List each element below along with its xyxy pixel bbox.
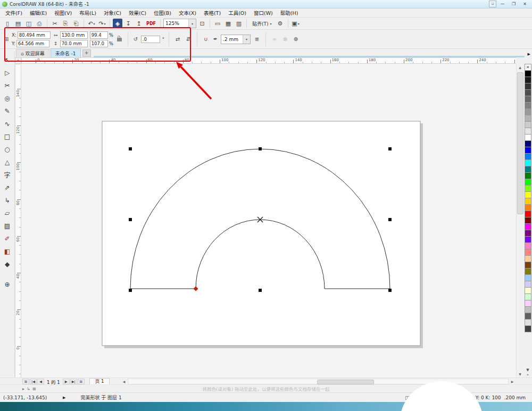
status-flyout-icon[interactable]: ▶ xyxy=(63,396,65,400)
x-position-input[interactable] xyxy=(18,31,51,39)
redo-icon[interactable]: ↷▾ xyxy=(97,19,107,28)
parallel-dimension-tool[interactable]: ⇗ xyxy=(2,182,13,193)
h-ruler[interactable]: 020406080100120140160180200220240260 xyxy=(21,57,516,64)
selection-handle[interactable] xyxy=(129,147,132,150)
menu-item[interactable]: 文件(F) xyxy=(2,9,26,18)
menu-item[interactable]: 表格(T) xyxy=(200,9,225,18)
menu-item[interactable]: 位图(B) xyxy=(150,9,175,18)
v-scroll-thumb[interactable] xyxy=(517,72,523,214)
search-content-icon[interactable]: ◈ xyxy=(113,19,122,28)
cut-icon[interactable]: ✂ xyxy=(50,19,60,28)
menu-item[interactable]: 窗口(W) xyxy=(250,9,277,18)
import-icon[interactable]: ↧ xyxy=(123,19,133,28)
rectangle-tool[interactable]: □ xyxy=(2,131,13,142)
export-icon[interactable]: ↥ xyxy=(134,19,144,28)
tab-document[interactable]: 未命名 -1 xyxy=(51,48,81,57)
selection-handle[interactable] xyxy=(129,289,132,292)
copy-icon[interactable]: ⎘ xyxy=(61,19,70,28)
add-page-button-2[interactable]: ⊞ xyxy=(78,379,85,384)
y-position-input[interactable] xyxy=(16,40,49,47)
rotation-angle-input[interactable] xyxy=(141,36,160,43)
window-badge-icon[interactable]: ▫ xyxy=(489,1,496,7)
print-icon[interactable]: ⎙ xyxy=(35,19,44,28)
more-tools-button[interactable]: ⊕ xyxy=(2,279,13,290)
selection-handle[interactable] xyxy=(259,147,262,150)
v-scrollbar[interactable]: ▲ ▼ xyxy=(516,64,523,378)
zoom-tool[interactable]: ◎ xyxy=(2,93,13,104)
menu-item[interactable]: 编辑(E) xyxy=(26,9,51,18)
color-swatch[interactable] xyxy=(525,325,531,332)
interactive-fill-tool[interactable]: ◧ xyxy=(2,246,13,257)
menu-item[interactable]: 效果(C) xyxy=(125,9,150,18)
scroll-up-icon[interactable]: ▲ xyxy=(517,64,523,71)
zoom-level-input[interactable] xyxy=(164,21,188,26)
last-page-button[interactable]: ▶| xyxy=(70,379,77,384)
show-guidelines-icon[interactable]: ▥ xyxy=(234,19,244,28)
new-document-icon[interactable]: ▯ xyxy=(3,19,12,28)
flyout-arrow-icon[interactable]: ▸ xyxy=(22,387,24,391)
crop-tool[interactable]: ✂ xyxy=(2,80,13,91)
outline-width-caret-icon[interactable]: ▾ xyxy=(243,35,250,44)
transparency-tool[interactable]: ▨ xyxy=(2,220,13,231)
scale-x-input[interactable] xyxy=(90,31,108,39)
prev-page-button[interactable]: ◀ xyxy=(37,379,44,384)
ruler-origin[interactable]: ⌖ xyxy=(15,57,21,64)
zoom-caret-icon[interactable]: ▾ xyxy=(188,19,196,28)
h-scroll-right-icon[interactable]: ▶ xyxy=(509,379,516,384)
wrap-text-button[interactable]: ≣ xyxy=(253,35,261,44)
selection-handle[interactable] xyxy=(388,218,392,221)
minimize-button[interactable]: — xyxy=(497,1,508,7)
drawing-area[interactable] xyxy=(21,64,516,378)
dropdown-caret-icon[interactable]: ▾ xyxy=(298,22,300,26)
link-button-2[interactable]: ⊗ xyxy=(281,35,289,44)
first-page-button[interactable]: |◀ xyxy=(30,379,37,384)
shape-tool[interactable]: ▷ xyxy=(2,67,13,78)
pdf-button[interactable]: PDF xyxy=(145,19,157,28)
connector-tool[interactable]: ↳ xyxy=(2,195,13,206)
selection-handle[interactable] xyxy=(388,289,392,292)
mirror-horizontal-button[interactable]: ⇄ xyxy=(173,35,182,44)
undo-icon[interactable]: ↶▾ xyxy=(87,19,96,28)
selection-handle[interactable] xyxy=(129,218,132,221)
artistic-media-tool[interactable]: ∿ xyxy=(2,118,13,129)
menu-item[interactable]: 文本(X) xyxy=(175,9,200,18)
quick-customize-button[interactable]: ⊕ xyxy=(292,35,300,44)
scroll-down-icon[interactable]: ▼ xyxy=(517,371,523,378)
new-tab-button[interactable]: + xyxy=(82,49,91,57)
polygon-tool[interactable]: △ xyxy=(2,156,13,167)
maximize-button[interactable]: ❐ xyxy=(509,1,519,7)
options-gear-icon[interactable]: ⚙ xyxy=(276,19,285,28)
text-tool[interactable]: 字 xyxy=(2,169,13,180)
outline-width-input[interactable] xyxy=(221,37,243,42)
object-height-input[interactable] xyxy=(60,40,88,47)
lock-ratio-icon[interactable] xyxy=(117,38,122,41)
open-icon[interactable]: ▤ xyxy=(13,19,23,28)
fullscreen-icon[interactable]: ⊡ xyxy=(197,19,207,28)
close-button[interactable]: ✕ xyxy=(520,1,530,7)
next-page-button[interactable]: ▶ xyxy=(63,379,70,384)
mirror-vertical-button[interactable]: ⇵ xyxy=(184,35,193,44)
dropdown-caret-icon[interactable]: ▾ xyxy=(94,22,95,26)
save-icon[interactable]: ◫ xyxy=(24,19,34,28)
launcher-icon[interactable]: ▣▾ xyxy=(291,19,301,28)
selection-handle[interactable] xyxy=(259,289,262,292)
selection-handle[interactable] xyxy=(388,147,392,150)
no-color-icon[interactable]: ⊠ xyxy=(32,387,36,391)
palette-scroll-down-icon[interactable]: ▼ xyxy=(526,368,529,373)
paste-icon[interactable]: ⎗ xyxy=(71,19,81,28)
add-page-button[interactable]: ⊞ xyxy=(22,379,29,384)
h-scroll-thumb[interactable] xyxy=(317,380,374,384)
smart-fill-tool[interactable]: ◆ xyxy=(2,258,13,270)
dropdown-caret-icon[interactable]: ▾ xyxy=(104,22,106,26)
link-button-1[interactable]: ∞ xyxy=(270,35,279,44)
ellipse-tool[interactable]: ○ xyxy=(2,144,13,155)
pick-tool[interactable]: ↖ xyxy=(2,54,13,65)
palette-expand-icon[interactable]: » xyxy=(527,373,529,378)
color-eyedropper-tool[interactable]: ✐ xyxy=(2,233,13,244)
menu-item[interactable]: 布局(L) xyxy=(76,9,100,18)
v-ruler[interactable]: 140120100806040200 xyxy=(15,64,21,378)
freehand-tool[interactable]: ✎ xyxy=(2,105,13,116)
arc-mode-button[interactable]: ∪ xyxy=(202,35,210,44)
h-scroll-left-icon[interactable]: ◀ xyxy=(121,379,127,384)
menu-item[interactable]: 视图(V) xyxy=(51,9,76,18)
